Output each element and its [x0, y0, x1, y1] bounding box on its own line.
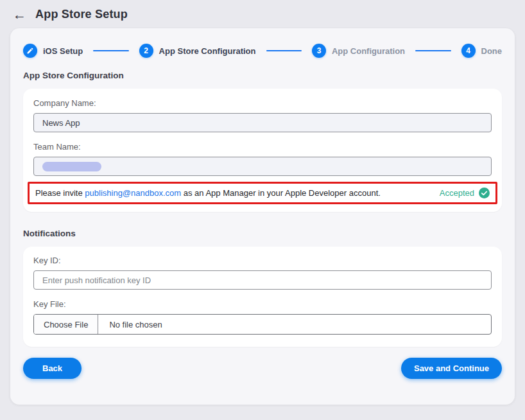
step-number-badge: 3	[312, 44, 326, 58]
redacted-value	[42, 162, 101, 171]
check-circle-icon	[479, 188, 490, 198]
company-name-label: Company Name:	[33, 98, 492, 108]
pencil-icon	[23, 44, 37, 58]
step-label: Done	[481, 46, 503, 56]
step-label: App Store Configuration	[159, 46, 256, 56]
step-number-badge: 4	[461, 44, 476, 58]
footer-actions: Back Save and Continue	[23, 358, 502, 379]
invite-status: Accepted	[440, 188, 490, 198]
page-title: App Store Setup	[35, 8, 128, 21]
setup-stepper: iOS Setup 2 App Store Configuration 3 Ap…	[23, 44, 502, 58]
key-id-label: Key ID:	[33, 256, 492, 265]
back-button[interactable]: Back	[23, 358, 82, 379]
notice-text-before: Please invite	[35, 188, 85, 198]
stepper-connector	[93, 50, 128, 51]
step-app-store-configuration[interactable]: 2 App Store Configuration	[139, 44, 256, 58]
company-name-input[interactable]	[33, 113, 492, 132]
app-store-configuration-heading: App Store Configuration	[23, 71, 502, 80]
notifications-card: Key ID: Key File: Choose File No file ch…	[23, 247, 502, 347]
stepper-connector	[266, 50, 302, 51]
team-name-input[interactable]	[33, 157, 492, 176]
invite-notice-text: Please invite publishing@nandbox.com as …	[35, 188, 381, 198]
invite-notice-highlight: Please invite publishing@nandbox.com as …	[28, 182, 497, 204]
accepted-status-text: Accepted	[440, 188, 474, 198]
stepper-connector	[415, 50, 451, 51]
notice-text-after: as an App Manager in your Apple Develope…	[181, 188, 381, 198]
step-app-configuration[interactable]: 3 App Configuration	[312, 44, 405, 58]
setup-panel: iOS Setup 2 App Store Configuration 3 Ap…	[10, 28, 515, 405]
team-name-label: Team Name:	[33, 142, 492, 152]
key-file-label: Key File:	[33, 299, 492, 309]
choose-file-button[interactable]: Choose File	[34, 315, 98, 334]
page-header: ← App Store Setup	[0, 0, 525, 28]
step-label: iOS Setup	[43, 46, 83, 56]
notifications-heading: Notifications	[23, 229, 502, 238]
save-and-continue-button[interactable]: Save and Continue	[401, 358, 502, 379]
step-number-badge: 2	[139, 44, 153, 58]
step-label: App Configuration	[332, 46, 405, 56]
file-chosen-status: No file chosen	[109, 315, 162, 334]
publishing-email-link[interactable]: publishing@nandbox.com	[85, 188, 181, 198]
back-arrow-icon[interactable]: ←	[13, 8, 26, 21]
step-done[interactable]: 4 Done	[461, 44, 503, 58]
key-file-input[interactable]: Choose File No file chosen	[33, 314, 492, 335]
key-id-input[interactable]	[33, 270, 492, 290]
step-ios-setup[interactable]: iOS Setup	[23, 44, 83, 58]
app-store-configuration-card: Company Name: Team Name: Please invite p…	[23, 89, 502, 212]
